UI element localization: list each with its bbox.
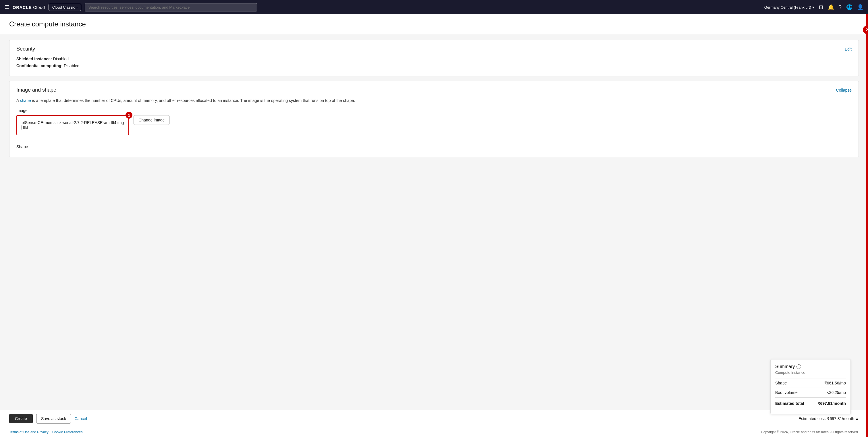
estimated-cost-label: Estimated cost: ₹697.81/month [799,416,854,421]
summary-total-value: ₹697.81/month [818,401,846,406]
summary-subtitle: Compute instance [775,370,846,375]
nav-right: Germany Central (Frankfurt) ▾ ⊡ 🔔 ? 🌐 👤 [764,4,863,10]
cookie-link[interactable]: Cookie Preferences [52,430,83,434]
security-title: Security [17,46,35,52]
summary-total-label: Estimated total [775,401,804,406]
top-nav: ☰ ORACLE Cloud Cloud Classic › Germany C… [0,0,868,14]
globe-icon[interactable]: 🌐 [846,4,852,10]
chevron-up-icon[interactable]: ▲ [855,416,859,420]
footer-links: Terms of Use and Privacy Cookie Preferen… [9,430,83,434]
terms-link[interactable]: Terms of Use and Privacy [9,430,49,434]
bm-badge: BM [22,125,29,130]
main-layout: Create compute instance Security Edit Sh… [0,14,868,437]
security-card: Security Edit Shielded instance: Disable… [9,40,859,76]
shape-label: Shape [17,145,851,149]
cancel-button[interactable]: Cancel [74,416,87,421]
create-button[interactable]: Create [9,414,33,423]
hamburger-icon[interactable]: ☰ [5,4,9,10]
oracle-logo: ORACLE Cloud [13,5,45,10]
summary-header: Summary i [775,364,846,369]
image-shape-card-header: Image and shape Collapse [17,87,851,93]
region-label: Germany Central (Frankfurt) [764,5,811,9]
bottom-bar: Create Save as stack Cancel Estimated co… [0,410,868,427]
bell-icon[interactable]: 🔔 [828,4,834,10]
badge-1: 1 [126,112,132,119]
confidential-value: Disabled [64,63,79,68]
region-selector[interactable]: Germany Central (Frankfurt) ▾ [764,5,814,9]
image-shape-title: Image and shape [17,87,56,93]
chevron-right-icon: › [76,5,77,9]
image-label: Image [17,108,851,113]
search-input[interactable] [85,3,257,11]
security-card-header: Security Edit [17,46,851,52]
desc-part2: is a template that determines the number… [31,98,355,103]
cloud-classic-label: Cloud Classic [52,5,75,9]
copyright: Copyright © 2024, Oracle and/or its affi… [761,430,859,434]
image-shape-description: A shape is a template that determines th… [17,98,851,104]
summary-info-icon[interactable]: i [797,364,801,369]
shielded-value: Disabled [53,57,69,61]
chevron-down-icon: ▾ [812,5,814,9]
desc-part1: A [17,98,20,103]
image-selection-box[interactable]: pfSense-CE-memstick-serial-2.7.2-RELEASE… [17,115,129,135]
summary-panel: Summary i Compute instance Shape ₹661.56… [770,359,851,414]
summary-title: Summary [775,364,795,369]
summary-shape-label: Shape [775,381,787,385]
cloud-shell-icon[interactable]: ⊡ [819,4,823,10]
summary-boot-label: Boot volume [775,390,798,395]
page-title: Create compute instance [9,20,859,28]
oracle-logo-text: ORACLE Cloud [13,5,45,10]
content-area: Create compute instance Security Edit Sh… [0,14,868,437]
red-border-indicator [866,14,868,437]
shielded-instance-row: Shielded instance: Disabled [17,57,851,61]
summary-total-row: Estimated total ₹697.81/month [775,397,846,409]
image-shape-card: Image and shape Collapse A shape is a te… [9,81,859,157]
summary-boot-value: ₹36.25/mo [827,390,846,395]
confidential-computing-row: Confidential computing: Disabled [17,63,851,68]
security-edit-link[interactable]: Edit [845,47,851,52]
cloud-classic-button[interactable]: Cloud Classic › [49,4,81,11]
image-name: pfSense-CE-memstick-serial-2.7.2-RELEASE… [22,120,124,125]
summary-shape-value: ₹661.56/mo [824,381,846,385]
user-avatar[interactable]: 👤 [857,4,863,10]
page-content: Security Edit Shielded instance: Disable… [0,34,868,410]
save-stack-button[interactable]: Save as stack [36,414,71,424]
estimated-cost-bar: Estimated cost: ₹697.81/month ▲ [799,416,859,421]
summary-boot-row: Boot volume ₹36.25/mo [775,387,846,397]
footer: Terms of Use and Privacy Cookie Preferen… [0,427,868,437]
summary-shape-row: Shape ₹661.56/mo [775,378,846,387]
help-icon[interactable]: ? [839,4,842,10]
confidential-label: Confidential computing: [17,63,63,68]
shielded-label: Shielded instance: [17,57,52,61]
collapse-link[interactable]: Collapse [836,88,851,92]
page-header: Create compute instance [0,14,868,34]
change-image-button[interactable]: Change image [133,115,169,125]
shape-link[interactable]: shape [20,98,31,103]
